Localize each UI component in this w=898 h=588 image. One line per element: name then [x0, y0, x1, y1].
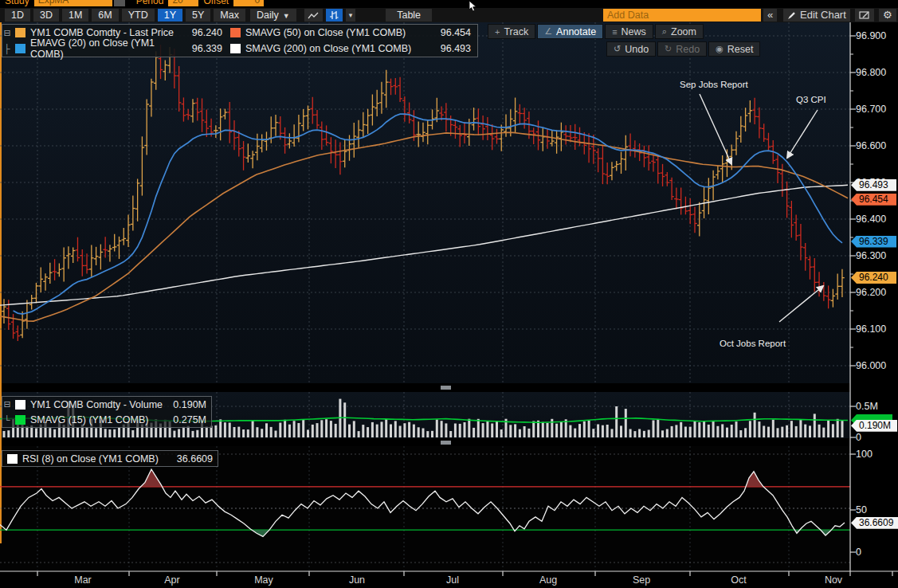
y-axis-label: 96.600 [856, 140, 886, 151]
smavg50-swatch [230, 28, 241, 37]
legend-item-smavg200[interactable]: SMAVG (200) on Close (YM1 COMB) 96.493 [227, 43, 476, 54]
rsi-legend: RSI (8) on Close (YM1 COMB) 36.6609 [2, 450, 218, 467]
tool-zoom-button[interactable]: ⌕Zoom [655, 24, 704, 39]
button-label: Redo [676, 44, 700, 55]
interval-button[interactable]: Daily▼ [250, 9, 296, 22]
volume-swatch [15, 400, 25, 410]
ohlc-bars-icon [329, 10, 339, 20]
axis-badge-0.190M: 0.190M [851, 420, 897, 432]
button-label: Track [504, 26, 528, 37]
range-button-5y[interactable]: 5Y [186, 9, 210, 22]
collapse-toolbar-button[interactable]: « [763, 9, 777, 22]
legend-value: 0.190M [165, 399, 211, 410]
gear-icon[interactable]: ⚙ [879, 9, 896, 22]
main-price-panel [0, 22, 850, 383]
rsi-axis-label: 100 [856, 449, 873, 460]
y-axis-label: 96.900 [856, 30, 886, 41]
mouse-cursor [469, 1, 478, 12]
button-label: Reset [727, 44, 754, 55]
add-data-input[interactable]: Add Data [603, 9, 761, 22]
x-axis-month-label: Oct [731, 574, 746, 586]
pencil-icon [787, 11, 796, 20]
annotation-text: Oct Jobs Report [720, 339, 786, 348]
y-axis-label: 96.100 [856, 323, 886, 335]
legend-value: 96.493 [431, 43, 476, 54]
tool-news-button[interactable]: ≡News [605, 24, 653, 39]
panel-resize-handle[interactable] [441, 441, 451, 445]
undo-icon: ↺ [614, 44, 621, 54]
history-redo-button[interactable]: ↻Redo [657, 41, 707, 57]
line-chart-type-button[interactable] [304, 9, 323, 22]
y-axis-label: 96.700 [856, 104, 886, 115]
legend-label: EMAVG (20) on Close (YM1 COMB) [30, 37, 182, 60]
volume-smavg-swatch [15, 415, 25, 425]
study-dropdown[interactable] [114, 0, 125, 6]
button-label: Undo [625, 44, 649, 55]
legend-item-emavg20[interactable]: EMAVG (20) on Close (YM1 COMB) 96.339 [12, 37, 227, 60]
chart-tools: +Track∠Annotate≡News⌕Zoom [488, 24, 704, 39]
chevron-down-icon: ▼ [283, 12, 290, 20]
volume-axis-label: 0.5M [856, 401, 878, 412]
study-input[interactable]: ExpMA [34, 0, 112, 6]
rsi-swatch [7, 454, 18, 464]
history-undo-button[interactable]: ↺Undo [606, 41, 656, 57]
button-label: News [622, 26, 646, 37]
legend-collapse-icon[interactable]: ⊟ [2, 28, 12, 38]
axis-badge-96.493: 96.493 [851, 179, 896, 191]
range-button-6m[interactable]: 6M [92, 9, 118, 22]
chevron-down-icon: ▾ [349, 9, 353, 22]
x-axis-month-label: Jul [446, 574, 459, 586]
legend-tree-line: ├ [2, 44, 12, 53]
x-axis-month-label: Mar [74, 574, 92, 586]
range-button-1y[interactable]: 1Y [158, 9, 182, 22]
legend-value: 96.454 [431, 27, 476, 38]
zoom-icon: ⌕ [662, 26, 667, 37]
range-button-max[interactable]: Max [214, 9, 245, 22]
annotation-text: Sep Jobs Report [680, 80, 748, 89]
x-axis-month-label: Sep [633, 574, 650, 586]
axis-badge-96.339: 96.339 [851, 236, 896, 248]
volume-axis-label: 0 [856, 432, 861, 443]
button-label: Annotate [556, 26, 596, 37]
table-button[interactable]: Table [386, 9, 432, 22]
y-axis-label: 96.800 [856, 67, 886, 78]
legend-collapse-icon[interactable]: ⊟ [2, 399, 12, 410]
study-settings-row: Study ExpMA Period 20 Offset 0 [0, 0, 898, 8]
legend-label: YM1 COMB Comdty - Last Price [30, 27, 182, 38]
history-reset-button[interactable]: ◉Reset [708, 41, 760, 57]
y-axis-label: 96.200 [856, 287, 886, 298]
period-input[interactable]: 20 [168, 0, 198, 6]
legend-tree-line: └ [2, 415, 12, 425]
legend-label: SMAVG (50) on Close (YM1 COMB) [245, 27, 431, 38]
main-legend: ⊟ YM1 COMB Comdty - Last Price 96.240 SM… [2, 24, 478, 57]
tool-track-button[interactable]: +Track [488, 24, 535, 39]
legend-item-last-price[interactable]: YM1 COMB Comdty - Last Price 96.240 [12, 27, 227, 38]
redo-icon: ↻ [665, 44, 672, 54]
annotate-icon: ∠ [544, 26, 552, 37]
x-axis-month-label: May [254, 574, 273, 586]
legend-item-smavg50[interactable]: SMAVG (50) on Close (YM1 COMB) 96.454 [227, 27, 476, 38]
range-button-3d[interactable]: 3D [33, 9, 59, 22]
range-button-1d[interactable]: 1D [5, 9, 30, 22]
chart-annotation-settings-button[interactable] [855, 9, 874, 22]
reset-icon: ◉ [716, 44, 723, 54]
chart-type-dropdown[interactable]: ▾ [346, 9, 356, 22]
axis-badge-96.240: 96.240 [851, 272, 896, 284]
tool-annotate-button[interactable]: ∠Annotate [537, 24, 603, 39]
legend-label: YM1 COMB Comdty - Volume [30, 399, 165, 410]
legend-value: 96.240 [182, 27, 227, 38]
study-label: Study [5, 0, 29, 6]
edit-chart-button[interactable]: Edit Chart [783, 9, 850, 22]
range-button-ytd[interactable]: YTD [122, 9, 155, 22]
ohlc-chart-type-button[interactable] [326, 9, 343, 22]
panel-resize-handle[interactable] [441, 386, 451, 390]
x-axis-month-label: Nov [825, 574, 842, 586]
range-button-1m[interactable]: 1M [62, 9, 88, 22]
news-icon: ≡ [612, 27, 617, 37]
offset-input[interactable]: 0 [233, 0, 264, 6]
rsi-axis-label: 0 [856, 547, 861, 558]
legend-value: 96.339 [182, 43, 227, 54]
edit-chart-label: Edit Chart [800, 9, 846, 22]
y-axis-label: 96.000 [856, 360, 886, 371]
emavg20-swatch [15, 44, 25, 53]
